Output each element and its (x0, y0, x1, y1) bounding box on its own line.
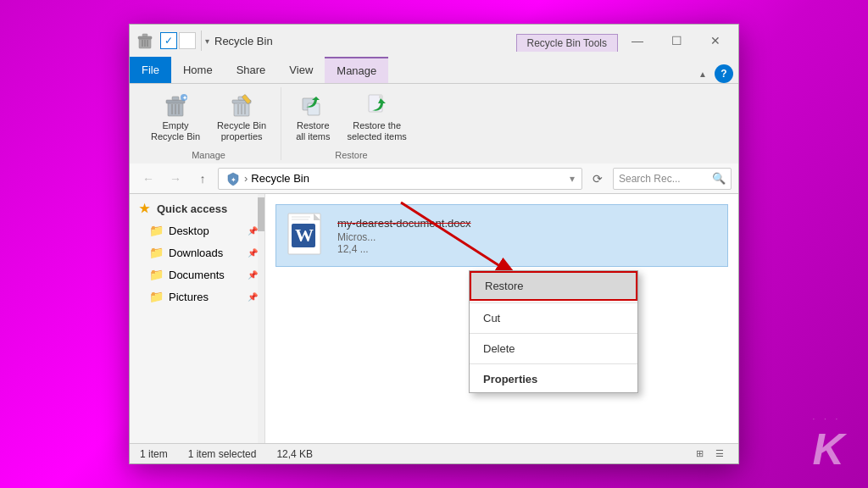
sidebar-item-desktop[interactable]: 📁 Desktop 📌 (130, 219, 264, 241)
sidebar-downloads-label: Downloads (169, 247, 223, 259)
item-count: 1 item (140, 448, 168, 460)
restore-all-items-button[interactable]: Restoreall items (288, 87, 337, 147)
explorer-window: ✓ ▾ Recycle Bin Recycle Bin Tools — ☐ ✕ … (129, 24, 739, 464)
ribbon-group-restore: Restoreall items Restore theselected ite (281, 87, 421, 160)
ribbon-group-manage: ✦ EmptyRecycle Bin (136, 87, 281, 160)
context-menu-sep2 (470, 333, 637, 334)
star-icon: ★ (136, 201, 152, 216)
titlebar-checkbox[interactable]: ✓ (160, 32, 177, 49)
ribbon-tabs: File Home Share View Manage ▲ ? (130, 57, 738, 84)
file-info: my-dearest-document.docx Micros... 12,4 … (337, 217, 717, 255)
addressbar: ← → ↑ ✦ › Recycle Bin ▾ ⟳ Search Rec... … (130, 164, 738, 194)
titlebar-icon (133, 29, 157, 53)
svg-text:✦: ✦ (182, 95, 187, 101)
pin-icon-pictures: 📌 (248, 292, 258, 302)
close-button[interactable]: ✕ (696, 28, 735, 53)
sidebar-desktop-label: Desktop (169, 225, 209, 237)
pin-icon-downloads: 📌 (248, 248, 258, 258)
grid-view-btn[interactable]: ⊞ (691, 446, 708, 463)
svg-text:W: W (295, 225, 314, 246)
context-menu: Restore Cut Delete Properties (469, 270, 638, 393)
svg-rect-1 (138, 36, 152, 39)
recycle-bin-title-icon (136, 31, 154, 50)
restore-all-icon (299, 92, 326, 119)
manage-group-label: Manage (192, 148, 225, 160)
folder-icon-desktop: 📁 (148, 223, 164, 238)
file-icon-word: W (287, 212, 327, 259)
context-menu-sep3 (470, 363, 637, 364)
address-bar-field[interactable]: ✦ › Recycle Bin ▾ (218, 168, 582, 190)
ribbon-right-controls: ▲ ? (694, 64, 738, 83)
sidebar-item-documents[interactable]: 📁 Documents 📌 (130, 263, 264, 286)
forward-button[interactable]: → (164, 167, 187, 191)
minimize-button[interactable]: — (618, 28, 657, 53)
titlebar-separator (201, 30, 202, 51)
maximize-button[interactable]: ☐ (657, 28, 696, 53)
context-menu-restore[interactable]: Restore (470, 271, 637, 301)
list-view-btn[interactable]: ☰ (711, 446, 728, 463)
folder-icon-pictures: 📁 (148, 289, 164, 304)
sidebar-pictures-label: Pictures (169, 291, 209, 303)
empty-bin-label: EmptyRecycle Bin (151, 120, 200, 142)
sidebar-scroll-thumb[interactable] (258, 197, 264, 231)
ribbon-collapse-btn[interactable]: ▲ (694, 65, 711, 82)
refresh-button[interactable]: ⟳ (586, 167, 609, 191)
item-selected: 1 item selected (188, 448, 257, 460)
address-dropdown-arrow[interactable]: ▾ (570, 173, 575, 185)
titlebar: ✓ ▾ Recycle Bin Recycle Bin Tools — ☐ ✕ (130, 25, 738, 57)
context-menu-sep1 (470, 302, 637, 303)
ribbon-content: ✦ EmptyRecycle Bin (130, 84, 738, 164)
recycle-bin-tools-tab[interactable]: Recycle Bin Tools (516, 34, 619, 52)
folder-icon-documents: 📁 (148, 267, 164, 282)
sidebar-item-quick-access[interactable]: ★ Quick access (130, 197, 264, 219)
context-menu-properties[interactable]: Properties (470, 366, 637, 392)
content-area: W my-dearest-document.docx Micros... 12,… (265, 194, 738, 443)
titlebar-page (179, 32, 196, 49)
watermark-container: · · · K (812, 414, 844, 471)
tab-view[interactable]: View (277, 57, 325, 83)
sidebar-item-pictures[interactable]: 📁 Pictures 📌 (130, 286, 264, 308)
main-area: ★ Quick access 📁 Desktop 📌 📁 Downloads 📌 (130, 194, 738, 443)
tab-home[interactable]: Home (171, 57, 225, 83)
recycle-bin-properties-button[interactable]: Recycle Binproperties (209, 87, 274, 147)
svg-text:✦: ✦ (231, 176, 236, 184)
search-field[interactable]: Search Rec... 🔍 (613, 168, 732, 190)
up-button[interactable]: ↑ (191, 167, 214, 191)
window-title: Recycle Bin (214, 35, 516, 47)
empty-recycle-bin-button[interactable]: ✦ EmptyRecycle Bin (143, 87, 208, 147)
properties-icon (228, 92, 255, 119)
titlebar-dropdown-arrow[interactable]: ▾ (205, 36, 209, 46)
search-icon: 🔍 (712, 172, 726, 185)
item-size: 12,4 KB (276, 448, 313, 460)
properties-label: Recycle Binproperties (217, 120, 266, 142)
back-button[interactable]: ← (136, 167, 160, 191)
context-menu-delete[interactable]: Delete (470, 336, 637, 362)
manage-buttons: ✦ EmptyRecycle Bin (143, 87, 274, 147)
watermark-letter: K (812, 427, 844, 471)
restore-buttons: Restoreall items Restore theselected ite (288, 87, 415, 147)
folder-icon-downloads: 📁 (148, 245, 164, 260)
statusbar-view-controls: ⊞ ☰ (691, 446, 728, 463)
statusbar: 1 item 1 item selected 12,4 KB ⊞ ☰ (130, 443, 738, 463)
svg-rect-24 (379, 95, 382, 98)
file-type: Micros... (337, 231, 717, 243)
breadcrumb-path: Recycle Bin (251, 172, 309, 185)
watermark-dots: · · · (812, 414, 844, 424)
sidebar-scrollbar-track (258, 194, 264, 443)
pin-icon-desktop: 📌 (248, 226, 258, 236)
file-name: my-dearest-document.docx (337, 217, 717, 230)
restore-selected-label: Restore theselected items (348, 120, 407, 142)
file-size: 12,4 ... (337, 243, 717, 255)
breadcrumb-separator: › (244, 172, 248, 185)
search-placeholder: Search Rec... (619, 173, 681, 185)
context-menu-cut[interactable]: Cut (470, 305, 637, 331)
tab-manage[interactable]: Manage (325, 57, 388, 83)
sidebar-item-downloads[interactable]: 📁 Downloads 📌 (130, 241, 264, 263)
file-item[interactable]: W my-dearest-document.docx Micros... 12,… (275, 204, 728, 267)
restore-selected-button[interactable]: Restore theselected items (340, 87, 415, 147)
ribbon-help-btn[interactable]: ? (715, 64, 733, 83)
tab-share[interactable]: Share (225, 57, 278, 83)
restore-all-label: Restoreall items (296, 120, 330, 142)
location-shield-icon: ✦ (225, 171, 241, 186)
tab-file[interactable]: File (130, 57, 171, 83)
